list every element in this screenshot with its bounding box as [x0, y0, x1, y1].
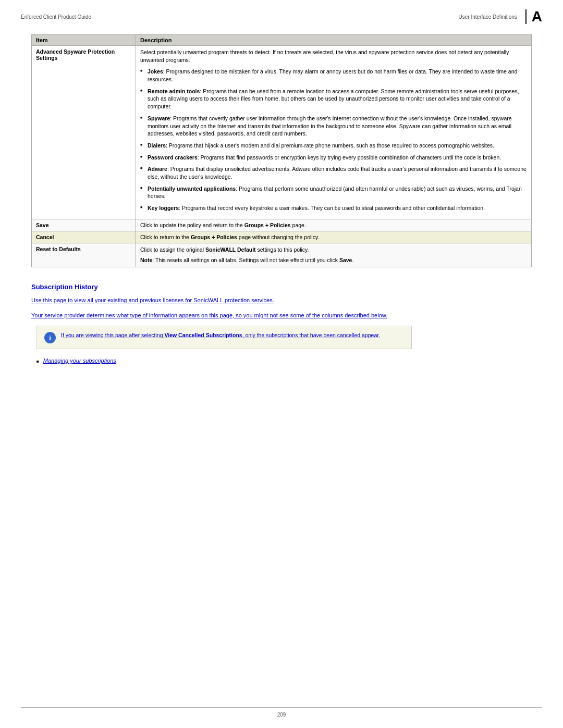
info-box-text: If you are viewing this page after selec… — [61, 331, 380, 340]
list-item: Remote admin tools: Programs that can be… — [140, 88, 527, 110]
list-item: Adware: Programs that display unsolicite… — [140, 165, 527, 180]
save-label: Save — [36, 222, 49, 228]
bullet-icon: ■ — [36, 359, 39, 364]
managing-subscriptions-link[interactable]: Managing your subscriptions — [43, 357, 116, 364]
info-icon: i — [44, 332, 56, 343]
subscription-section: Subscription History Use this page to vi… — [31, 283, 532, 364]
col-description: Description — [136, 35, 532, 46]
list-item: Dialers: Programs that hijack a user's m… — [140, 142, 527, 150]
col-item: Item — [32, 35, 136, 46]
table-row-reset: Reset to Defaults Click to assign the or… — [32, 243, 532, 267]
cancel-label: Cancel — [36, 234, 54, 240]
subscription-para2: Your service provider determines what ty… — [31, 311, 532, 320]
page-number: 209 — [277, 712, 286, 718]
list-item: Potentially unwanted applications: Progr… — [140, 185, 527, 200]
header-left: Enforced Client Product Guide — [21, 14, 91, 20]
page-footer: 209 — [21, 707, 542, 718]
main-table: Item Description Advanced Spyware Protec… — [31, 34, 532, 267]
table-row: Advanced Spyware Protection Settings Sel… — [32, 46, 532, 219]
page-header: Enforced Client Product Guide User Inter… — [0, 0, 563, 29]
bullet-list: Jokes: Programs designed to be mistaken … — [140, 68, 527, 212]
table-row-save: Save Click to update the policy and retu… — [32, 219, 532, 231]
description-intro: Select potentially unwanted program thre… — [140, 48, 527, 64]
table-row-cancel: Cancel Click to return to the Groups + P… — [32, 231, 532, 243]
list-item: Password crackers: Programs that find pa… — [140, 154, 527, 162]
appendix-letter: A — [525, 9, 542, 24]
row-item-label: Advanced Spyware Protection Settings — [36, 48, 115, 61]
save-description: Click to update the policy and return to… — [136, 219, 532, 231]
info-box: i If you are viewing this page after sel… — [36, 326, 412, 349]
row-description: Select potentially unwanted program thre… — [136, 46, 532, 219]
header-right: User Interface Definitions A — [458, 9, 542, 24]
subscription-para1: Use this page to view all your existing … — [31, 296, 532, 305]
cancel-description: Click to return to the Groups + Policies… — [136, 231, 532, 243]
subscription-heading: Subscription History — [31, 283, 532, 291]
bullet-link-item: ■ Managing your subscriptions — [36, 357, 532, 364]
reset-label: Reset to Defaults — [36, 246, 81, 252]
header-right-text: User Interface Definitions — [458, 14, 517, 20]
reset-description: Click to assign the original SonicWALL D… — [136, 243, 532, 267]
list-item: Jokes: Programs designed to be mistaken … — [140, 68, 527, 83]
list-item: Key loggers: Programs that record every … — [140, 204, 527, 212]
list-item: Spyware: Programs that covertly gather u… — [140, 115, 527, 138]
content-area: Item Description Advanced Spyware Protec… — [0, 29, 563, 379]
